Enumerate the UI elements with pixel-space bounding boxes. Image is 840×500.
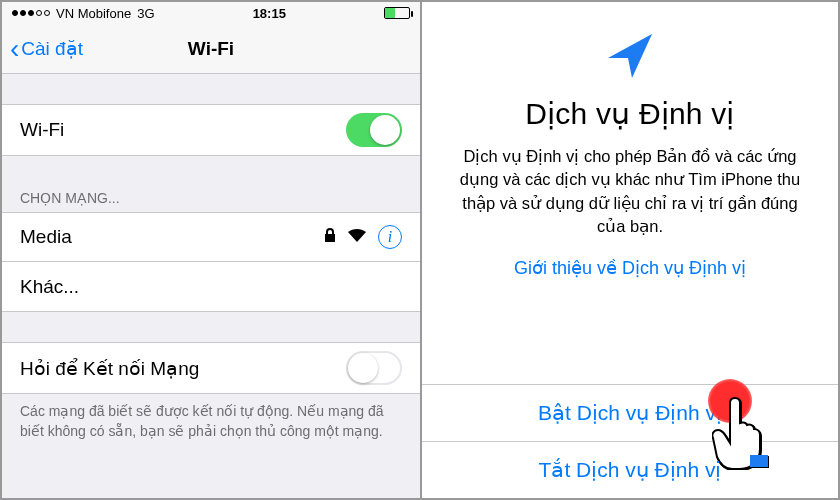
- back-button[interactable]: ‹ Cài đặt: [2, 35, 83, 63]
- about-location-link[interactable]: Giới thiệu về Dịch vụ Định vị: [514, 257, 746, 279]
- wifi-toggle[interactable]: [346, 113, 402, 147]
- other-network-label: Khác...: [20, 276, 79, 298]
- wifi-signal-icon: [348, 229, 366, 246]
- location-description: Dịch vụ Định vị cho phép Bản đồ và các ứ…: [446, 145, 814, 239]
- location-title: Dịch vụ Định vị: [525, 96, 734, 131]
- disable-location-button[interactable]: Tắt Dịch vụ Định vị: [422, 442, 838, 498]
- disable-location-label: Tắt Dịch vụ Định vị: [539, 458, 722, 481]
- info-icon[interactable]: i: [378, 225, 402, 249]
- ask-to-join-label: Hỏi để Kết nối Mạng: [20, 357, 199, 380]
- wifi-settings-screen: VN Mobifone 3G 18:15 ‹ Cài đặt Wi-Fi Wi-…: [2, 2, 422, 498]
- wifi-label: Wi-Fi: [20, 119, 64, 141]
- signal-strength-icon: [12, 10, 50, 16]
- ask-to-join-row: Hỏi để Kết nối Mạng: [2, 342, 420, 394]
- network-name: Media: [20, 226, 72, 248]
- carrier-label: VN Mobifone: [56, 6, 131, 21]
- status-bar: VN Mobifone 3G 18:15: [2, 2, 420, 24]
- choose-network-header: CHỌN MẠNG...: [2, 182, 420, 212]
- status-time: 18:15: [155, 6, 385, 21]
- ask-to-join-toggle[interactable]: [346, 351, 402, 385]
- chevron-left-icon: ‹: [10, 35, 19, 63]
- battery-icon: [384, 7, 410, 19]
- network-row-media[interactable]: Media i: [2, 212, 420, 262]
- footer-description: Các mạng đã biết sẽ được kết nối tự động…: [2, 394, 420, 441]
- network-type-label: 3G: [137, 6, 154, 21]
- network-row-other[interactable]: Khác...: [2, 262, 420, 312]
- enable-location-button[interactable]: Bật Dịch vụ Định vị: [422, 385, 838, 441]
- location-services-screen: Dịch vụ Định vị Dịch vụ Định vị cho phép…: [422, 2, 838, 498]
- back-label: Cài đặt: [21, 37, 83, 60]
- nav-bar: ‹ Cài đặt Wi-Fi: [2, 24, 420, 74]
- lock-icon: [324, 228, 336, 246]
- wifi-toggle-row: Wi-Fi: [2, 104, 420, 156]
- location-arrow-icon: [602, 28, 658, 88]
- enable-location-label: Bật Dịch vụ Định vị: [538, 401, 722, 424]
